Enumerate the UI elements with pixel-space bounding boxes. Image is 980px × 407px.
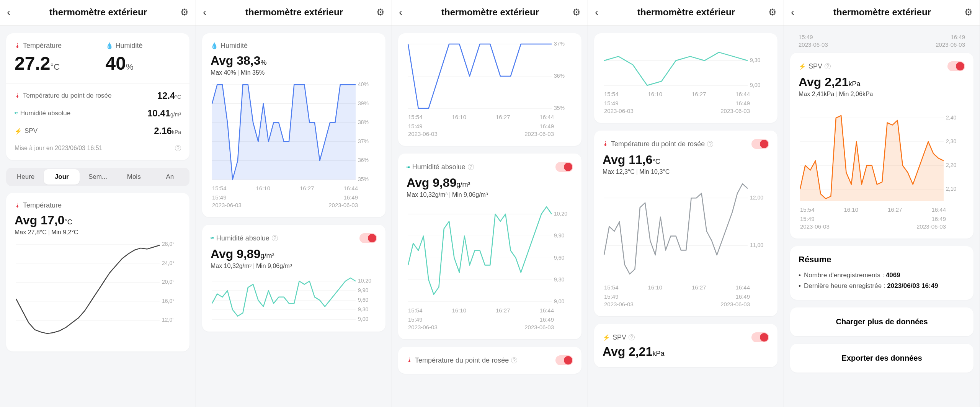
info-icon[interactable]: ? <box>468 164 474 170</box>
abs-humid-icon: ≈ <box>15 110 18 117</box>
spv-icon: ⚡ <box>15 127 22 135</box>
humidity-chart-cont: 37%36%35% <box>407 42 573 111</box>
svg-text:16,0°: 16,0° <box>162 298 175 304</box>
svg-text:24,0°: 24,0° <box>162 260 175 266</box>
resume-records: Nombre d'enregistrements : 4069 <box>799 270 965 281</box>
spv-icon: ⚡ <box>799 63 806 70</box>
tab-hour[interactable]: Heure <box>8 169 44 185</box>
svg-text:37%: 37% <box>358 138 369 144</box>
dew-card-head: 🌡Température du point de rosée ? <box>398 347 581 374</box>
svg-text:12,0°: 12,0° <box>162 317 175 323</box>
tiny-teal-card: 9,309,00 15:5416:1016:2716:44 15:492023-… <box>594 33 777 123</box>
info-icon[interactable]: ? <box>511 357 517 363</box>
svg-text:11,00: 11,00 <box>750 242 763 248</box>
settings-icon[interactable]: ⚙ <box>768 7 777 18</box>
tab-week[interactable]: Sem... <box>80 169 116 185</box>
dewpoint-icon: 🌡 <box>603 141 609 147</box>
resume-title: Résume <box>799 255 965 265</box>
settings-icon[interactable]: ⚙ <box>180 7 189 18</box>
spv-toggle[interactable] <box>947 61 965 71</box>
abs-humid-toggle[interactable] <box>359 233 377 243</box>
dew-card: 🌡Température du point de rosée ? Avg 11,… <box>594 131 777 316</box>
svg-text:9,00: 9,00 <box>358 316 368 322</box>
thermometer-icon: 🌡 <box>15 202 21 209</box>
back-button[interactable]: ‹ <box>7 6 16 18</box>
abs-humid-card: ≈Humidité absolue ? Avg 9,89g/m³ Max 10,… <box>202 225 385 332</box>
svg-text:9,30: 9,30 <box>358 306 368 312</box>
svg-text:20,0°: 20,0° <box>162 279 175 285</box>
panel-2: ‹ thermomètre extérieur ⚙ 💧Humidité Avg … <box>196 0 392 407</box>
abs-humid-icon: ≈ <box>211 235 214 242</box>
settings-icon[interactable]: ⚙ <box>964 7 973 18</box>
info-icon[interactable]: ? <box>825 63 831 69</box>
svg-text:9,90: 9,90 <box>554 232 564 239</box>
svg-text:9,60: 9,60 <box>358 297 368 303</box>
svg-text:28,0°: 28,0° <box>162 242 175 247</box>
temp-chart-card: 🌡Température Avg 17,0°C Max 27,8°C|Min 9… <box>6 193 189 351</box>
header: ‹ thermomètre extérieur ⚙ <box>0 0 196 26</box>
info-icon[interactable]: ? <box>272 235 278 241</box>
dewpoint-icon: 🌡 <box>407 357 413 364</box>
svg-text:2,10: 2,10 <box>946 186 956 192</box>
svg-text:35%: 35% <box>554 105 565 111</box>
humid-cont-card: 37%36%35% 15:5416:1016:2716:44 15:492023… <box>398 33 581 146</box>
resume-card: Résume Nombre d'enregistrements : 4069 D… <box>790 246 973 300</box>
back-button[interactable]: ‹ <box>399 6 408 18</box>
svg-text:40%: 40% <box>358 82 369 87</box>
svg-text:9,60: 9,60 <box>554 255 564 261</box>
load-more-button[interactable]: Charger plus de données <box>790 307 973 336</box>
svg-text:39%: 39% <box>358 100 369 106</box>
svg-text:38%: 38% <box>358 119 369 125</box>
tab-month[interactable]: Mois <box>116 169 152 185</box>
tab-day[interactable]: Jour <box>44 169 80 185</box>
spv-icon: ⚡ <box>603 334 610 341</box>
humid-value: 40 <box>106 53 126 74</box>
svg-text:9,90: 9,90 <box>358 287 368 293</box>
abs-humid-toggle[interactable] <box>555 162 573 172</box>
dew-toggle[interactable] <box>555 355 573 365</box>
panel-1: ‹ thermomètre extérieur ⚙ 🌡Température 2… <box>0 0 196 407</box>
droplet-icon: 💧 <box>211 42 218 49</box>
dewpoint-icon: 🌡 <box>15 92 21 99</box>
tiny-teal-chart: 9,309,00 <box>603 42 769 88</box>
panel-5: ‹ thermomètre extérieur ⚙ 15:492023-06-0… <box>784 0 980 407</box>
panel-4: ‹ thermomètre extérieur ⚙ 9,309,00 15:54… <box>588 0 784 407</box>
temp-value: 27.2 <box>15 53 50 74</box>
svg-text:2,30: 2,30 <box>946 138 956 144</box>
info-icon[interactable]: ? <box>707 141 713 147</box>
back-button[interactable]: ‹ <box>791 6 800 18</box>
humid-chart-card: 💧Humidité Avg 38,3% Max 40%|Min 35% 40%3… <box>202 33 385 217</box>
thermometer-icon: 🌡 <box>15 42 21 49</box>
back-button[interactable]: ‹ <box>595 6 604 18</box>
svg-text:9,00: 9,00 <box>554 298 564 304</box>
tab-year[interactable]: An <box>152 169 188 185</box>
spv-toggle[interactable] <box>751 332 769 342</box>
abs-humid-chart: 10,209,909,609,309,00 <box>407 204 573 304</box>
svg-text:37%: 37% <box>554 42 565 47</box>
humid-label: Humidité <box>116 42 143 50</box>
svg-text:2,20: 2,20 <box>946 162 956 168</box>
temp-chart: 28,0°24,0°20,0°16,0°12,0° <box>15 242 181 342</box>
svg-text:36%: 36% <box>554 73 565 79</box>
svg-text:9,00: 9,00 <box>750 82 760 88</box>
info-icon[interactable]: ? <box>629 334 635 340</box>
svg-text:10,20: 10,20 <box>554 211 567 217</box>
page-title: thermomètre extérieur <box>16 7 180 18</box>
resume-last: Dernière heure enregistrée : 2023/06/03 … <box>799 281 965 291</box>
dew-chart: 12,0011,00 <box>603 181 769 281</box>
svg-text:2,40: 2,40 <box>946 114 956 121</box>
info-icon[interactable]: ? <box>175 145 181 151</box>
export-button[interactable]: Exporter des données <box>790 344 973 373</box>
back-button[interactable]: ‹ <box>203 6 212 18</box>
settings-icon[interactable]: ⚙ <box>572 7 581 18</box>
settings-icon[interactable]: ⚙ <box>376 7 385 18</box>
range-tabs: Heure Jour Sem... Mois An <box>6 168 189 186</box>
svg-text:9,30: 9,30 <box>554 276 564 283</box>
humidity-chart: 40%39%38%37%36%35% <box>211 82 377 182</box>
spv-card-head: ⚡SPV ? Avg 2,21kPa <box>594 324 777 367</box>
summary-card: 🌡Température 27.2°C 💧Humidité 40% 🌡Tempé… <box>6 33 189 160</box>
temp-label: Température <box>23 42 62 50</box>
droplet-icon: 💧 <box>106 42 113 49</box>
dew-toggle[interactable] <box>751 139 769 149</box>
svg-text:36%: 36% <box>358 157 369 163</box>
